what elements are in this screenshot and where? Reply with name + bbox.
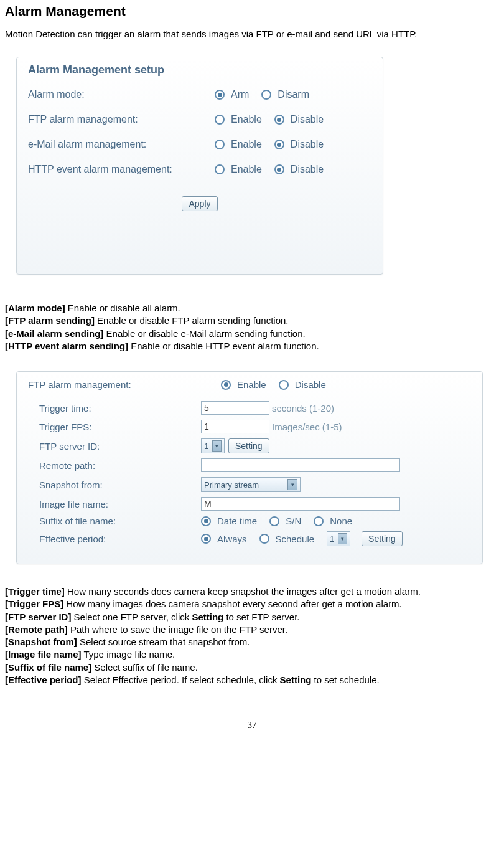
definitions-1: [Alarm mode] Enable or disable all alarm… <box>5 302 499 352</box>
def-ftp-server-pre: Select one FTP server, click <box>71 612 192 622</box>
label-trigger-fps: Trigger FPS: <box>39 422 201 432</box>
radio-email-enable-label: Enable <box>231 139 262 150</box>
def-effective-period-bold: Setting <box>280 674 312 685</box>
label-email-alarm: e-Mail alarm management: <box>28 139 215 150</box>
def-ftp-desc: Enable or disable FTP alarm sending func… <box>95 315 289 326</box>
row-effective-period: Effective period: Always Schedule 1 ▾ Se… <box>39 531 471 546</box>
hint-trigger-time: seconds (1-20) <box>272 403 334 414</box>
def-snapshot-from-term: [Snapshot from] <box>5 636 77 647</box>
definitions-2: [Trigger time] How many seconds does cam… <box>5 585 499 686</box>
label-ftp-alarm: FTP alarm management: <box>28 114 215 125</box>
row-remote-path: Remote path: <box>39 458 471 472</box>
radio-ftp2-enable[interactable] <box>221 380 231 390</box>
label-snapshot-from: Snapshot from: <box>39 480 201 490</box>
row-suffix: Suffix of file name: Date time S/N None <box>39 516 471 526</box>
row-trigger-time: Trigger time: seconds (1-20) <box>39 401 471 415</box>
label-ftp-server-id: FTP server ID: <box>39 441 201 452</box>
select-snapshot-from[interactable]: Primary stream ▾ <box>201 477 301 492</box>
def-snapshot-from-desc: Select source stream that snapshot from. <box>77 636 250 647</box>
input-trigger-time[interactable] <box>201 401 269 415</box>
page-title: Alarm Management <box>5 4 499 19</box>
hint-trigger-fps: Images/sec (1-5) <box>272 422 342 432</box>
radio-suffix-datetime-label: Date time <box>217 516 257 526</box>
radio-arm-label: Arm <box>231 89 249 100</box>
select-ftp-server-id-value: 1 <box>204 442 208 451</box>
row-email-alarm: e-Mail alarm management: Enable Disable <box>28 139 371 150</box>
row-http-alarm: HTTP event alarm management: Enable Disa… <box>28 164 371 175</box>
def-email-term: [e-Mail alarm sending] <box>5 328 103 339</box>
def-ftp-server-post: to set FTP server. <box>223 612 299 622</box>
radio-email-disable-label: Disable <box>291 139 324 150</box>
radio-email-enable[interactable] <box>215 140 225 149</box>
alarm-setup-panel: Alarm Management setup Alarm mode: Arm D… <box>16 57 383 275</box>
row-snapshot-from: Snapshot from: Primary stream ▾ <box>39 477 471 492</box>
label-effective-period: Effective period: <box>39 534 201 544</box>
radio-http-enable[interactable] <box>215 164 225 174</box>
select-schedule-id-value: 1 <box>330 534 334 544</box>
schedule-setting-button[interactable]: Setting <box>362 531 403 546</box>
def-effective-period-term: [Effective period] <box>5 674 82 685</box>
def-trigger-fps-term: [Trigger FPS] <box>5 598 63 609</box>
row-image-file-name: Image file name: <box>39 497 471 511</box>
def-image-file-name-term: [Image file name] <box>5 649 82 660</box>
radio-disarm-label: Disarm <box>278 89 309 100</box>
radio-effective-schedule[interactable] <box>259 534 269 544</box>
row-trigger-fps: Trigger FPS: Images/sec (1-5) <box>39 420 471 433</box>
input-trigger-fps[interactable] <box>201 420 269 433</box>
def-trigger-time-term: [Trigger time] <box>5 586 65 597</box>
radio-ftp-enable[interactable] <box>215 115 225 125</box>
radio-ftp2-enable-label: Enable <box>237 379 266 390</box>
radio-email-disable[interactable] <box>274 140 284 149</box>
radio-ftp-disable[interactable] <box>274 115 284 125</box>
radio-http-disable[interactable] <box>274 164 284 174</box>
def-alarm-mode-desc: Enable or disable all alarm. <box>65 303 180 313</box>
select-ftp-server-id[interactable]: 1 ▾ <box>201 438 225 453</box>
ftp-setting-button[interactable]: Setting <box>228 438 269 453</box>
chevron-down-icon: ▾ <box>287 479 297 490</box>
def-remote-path-term: [Remote path] <box>5 624 68 635</box>
radio-http-disable-label: Disable <box>291 164 324 175</box>
radio-ftp-enable-label: Enable <box>231 114 262 125</box>
label-ftp-alarm-mgmt: FTP alarm management: <box>28 379 221 390</box>
radio-suffix-sn[interactable] <box>269 516 279 526</box>
radio-effective-schedule-label: Schedule <box>276 534 315 544</box>
row-ftp-alarm: FTP alarm management: Enable Disable <box>28 114 371 125</box>
radio-ftp2-disable[interactable] <box>279 380 289 390</box>
input-remote-path[interactable] <box>201 458 400 472</box>
label-http-alarm: HTTP event alarm management: <box>28 164 215 175</box>
ftp-alarm-panel: FTP alarm management: Enable Disable Tri… <box>16 371 483 564</box>
radio-http-enable-label: Enable <box>231 164 262 175</box>
label-remote-path: Remote path: <box>39 460 201 471</box>
radio-suffix-none[interactable] <box>314 516 324 526</box>
select-snapshot-from-value: Primary stream <box>204 480 259 490</box>
row-ftp-server-id: FTP server ID: 1 ▾ Setting <box>39 438 471 453</box>
select-schedule-id[interactable]: 1 ▾ <box>327 531 350 546</box>
def-image-file-name-desc: Type image file name. <box>82 649 175 660</box>
input-image-file-name[interactable] <box>201 497 400 511</box>
def-suffix-desc: Select suffix of file name. <box>91 662 198 673</box>
def-email-desc: Enable or disable e-Mail alarm sending f… <box>103 328 305 339</box>
radio-suffix-none-label: None <box>330 516 352 526</box>
radio-disarm[interactable] <box>261 90 271 100</box>
row-alarm-mode: Alarm mode: Arm Disarm <box>28 89 371 100</box>
apply-button[interactable]: Apply <box>182 196 217 211</box>
def-remote-path-desc: Path where to save the image file on the… <box>68 624 287 635</box>
def-ftp-server-bold: Setting <box>192 612 223 622</box>
intro-text: Motion Detection can trigger an alarm th… <box>5 29 499 39</box>
def-ftp-term: [FTP alarm sending] <box>5 315 95 326</box>
radio-arm[interactable] <box>215 90 225 100</box>
def-suffix-term: [Suffix of file name] <box>5 662 91 673</box>
radio-ftp2-disable-label: Disable <box>295 379 326 390</box>
chevron-down-icon: ▾ <box>338 533 347 544</box>
def-alarm-mode-term: [Alarm mode] <box>5 303 65 313</box>
row-ftp-alarm-mgmt: FTP alarm management: Enable Disable <box>28 379 471 390</box>
label-suffix: Suffix of file name: <box>39 516 201 526</box>
label-trigger-time: Trigger time: <box>39 403 201 414</box>
def-effective-period-post: to set schedule. <box>311 674 379 685</box>
radio-effective-always[interactable] <box>201 534 211 544</box>
def-http-term: [HTTP event alarm sending] <box>5 341 128 351</box>
radio-ftp-disable-label: Disable <box>291 114 324 125</box>
radio-suffix-datetime[interactable] <box>201 516 211 526</box>
label-alarm-mode: Alarm mode: <box>28 89 215 100</box>
def-ftp-server-term: [FTP server ID] <box>5 612 71 622</box>
